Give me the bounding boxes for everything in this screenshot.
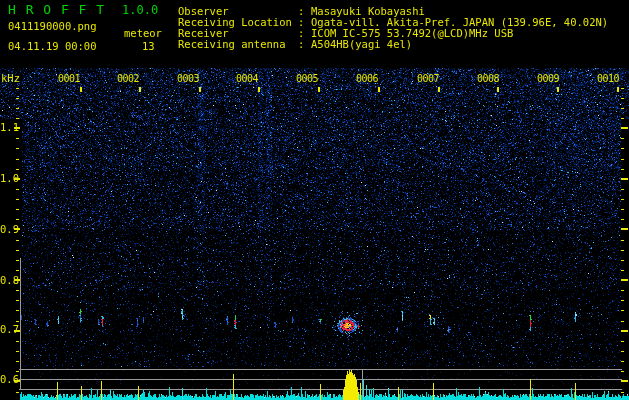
freq-label: 0.8 <box>0 275 14 286</box>
station-value: A504HB(yagi 4el) <box>311 39 412 50</box>
time-label: 0002 <box>117 73 139 84</box>
time-label: 0010 <box>597 73 619 84</box>
time-label: 0003 <box>177 73 199 84</box>
app-version: 1.0.0 <box>122 3 158 17</box>
time-label: 0004 <box>236 73 258 84</box>
time-label: 0006 <box>356 73 378 84</box>
time-label: 0001 <box>58 73 80 84</box>
spectrogram-canvas <box>0 0 629 400</box>
colon-separator: : <box>298 39 311 50</box>
time-label: 0005 <box>296 73 318 84</box>
freq-axis-unit: kHz <box>1 72 20 84</box>
echo-count: 13 <box>142 40 155 52</box>
station-info: Observer : Masayuki Kobayashi Receiving … <box>178 6 608 50</box>
hrofft-screen: H R O F F T 1.0.0 0411190000.png meteor … <box>0 0 629 400</box>
station-row-antenna: Receiving antenna : A504HB(yagi 4el) <box>178 39 608 50</box>
time-label: 0009 <box>537 73 559 84</box>
freq-label: 1.0 <box>0 173 14 184</box>
freq-label: 1.1 <box>0 122 14 133</box>
app-title: H R O F F T <box>8 2 105 17</box>
mode-label: meteor <box>124 27 162 39</box>
output-filename: 0411190000.png <box>8 20 97 32</box>
station-label: Receiving antenna <box>178 39 298 50</box>
freq-label: 0.7 <box>0 324 14 335</box>
freq-label: 0.9 <box>0 224 14 235</box>
freq-label: 0.6 <box>0 374 14 385</box>
time-label: 0008 <box>477 73 499 84</box>
observation-datetime: 04.11.19 00:00 <box>8 40 97 52</box>
time-label: 0007 <box>417 73 439 84</box>
